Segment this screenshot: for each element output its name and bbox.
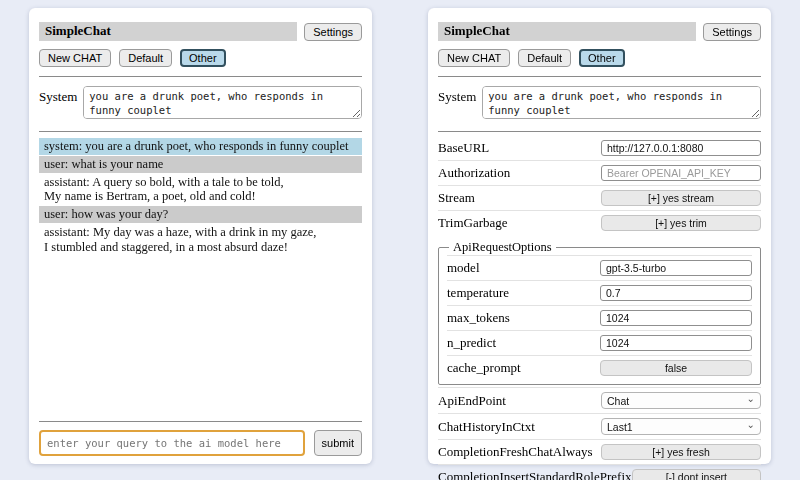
setting-label: max_tokens: [447, 310, 510, 326]
chevron-down-icon: ⌄: [747, 394, 755, 404]
setting-row-completioninsertstandardroleprefix: CompletionInsertStandardRolePrefix [-] d…: [438, 464, 761, 480]
setting-row-authorization: Authorization: [438, 160, 761, 185]
stream-toggle-button[interactable]: [+] yes stream: [601, 190, 761, 206]
baseurl-input[interactable]: [601, 140, 761, 156]
system-prompt-label: System: [39, 86, 77, 105]
header: SimpleChat Settings: [39, 22, 362, 41]
setting-label: temperature: [447, 285, 509, 301]
chat-message-assistant: assistant: My day was a haze, with a dri…: [39, 224, 362, 256]
system-prompt-label: System: [438, 86, 476, 105]
setting-row-apiendpoint: ApiEndPoint Chat ⌄: [438, 387, 761, 413]
stage: SimpleChat Settings New CHAT Default Oth…: [0, 0, 800, 464]
setting-row-n-predict: n_predict: [447, 330, 752, 355]
divider: [39, 76, 362, 77]
setting-label: model: [447, 260, 480, 276]
setting-row-stream: Stream [+] yes stream: [438, 185, 761, 210]
system-prompt-row: System you are a drunk poet, who respond…: [438, 86, 761, 119]
selected-option: Chat: [607, 395, 629, 407]
settings-button[interactable]: Settings: [304, 23, 362, 41]
query-row: submit: [39, 430, 362, 456]
divider: [39, 421, 362, 422]
session-tab-default[interactable]: Default: [119, 49, 172, 67]
temperature-input[interactable]: [600, 285, 752, 301]
divider: [39, 131, 362, 132]
model-input[interactable]: [600, 260, 752, 276]
setting-label: n_predict: [447, 335, 496, 351]
setting-label: ChatHistoryInCtxt: [438, 419, 535, 435]
completioninsertstandardroleprefix-toggle-button[interactable]: [-] dont insert: [632, 469, 761, 480]
setting-row-trimgarbage: TrimGarbage [+] yes trim: [438, 210, 761, 235]
chathistoryinctxt-select[interactable]: Last1 ⌄: [601, 418, 761, 435]
setting-label: ApiEndPoint: [438, 393, 506, 409]
setting-row-chathistoryinctxt: ChatHistoryInCtxt Last1 ⌄: [438, 413, 761, 439]
authorization-input[interactable]: [601, 165, 761, 181]
system-prompt-row: System you are a drunk poet, who respond…: [39, 86, 362, 119]
apiendpoint-select[interactable]: Chat ⌄: [601, 392, 761, 409]
chat-message-system: system: you are a drunk poet, who respon…: [39, 138, 362, 155]
setting-label: CompletionFreshChatAlways: [438, 444, 593, 460]
session-tab-default[interactable]: Default: [518, 49, 571, 67]
settings-list: BaseURL Authorization Stream [+] yes str…: [438, 136, 761, 480]
new-chat-button[interactable]: New CHAT: [39, 49, 111, 67]
session-toolbar: New CHAT Default Other: [39, 49, 362, 67]
setting-row-cache-prompt: cache_prompt false: [447, 355, 752, 380]
chat-message-user: user: how was your day?: [39, 206, 362, 223]
session-tab-other[interactable]: Other: [579, 49, 625, 67]
session-toolbar: New CHAT Default Other: [438, 49, 761, 67]
setting-label: CompletionInsertStandardRolePrefix: [438, 469, 632, 480]
settings-button[interactable]: Settings: [703, 23, 761, 41]
system-prompt-textarea[interactable]: you are a drunk poet, who responds in fu…: [83, 86, 362, 119]
app-title: SimpleChat: [438, 22, 696, 41]
chat-panel: SimpleChat Settings New CHAT Default Oth…: [29, 8, 372, 464]
cache-prompt-toggle-button[interactable]: false: [600, 360, 752, 376]
chat-message-assistant: assistant: A query so bold, with a tale …: [39, 174, 362, 206]
n-predict-input[interactable]: [600, 335, 752, 351]
setting-row-baseurl: BaseURL: [438, 136, 761, 160]
setting-label: cache_prompt: [447, 360, 521, 376]
submit-button[interactable]: submit: [314, 430, 362, 456]
divider: [438, 131, 761, 132]
chevron-down-icon: ⌄: [747, 420, 755, 430]
setting-row-temperature: temperature: [447, 280, 752, 305]
app-title: SimpleChat: [39, 22, 297, 41]
setting-label: TrimGarbage: [438, 215, 508, 231]
setting-row-max-tokens: max_tokens: [447, 305, 752, 330]
header: SimpleChat Settings: [438, 22, 761, 41]
settings-panel: SimpleChat Settings New CHAT Default Oth…: [428, 8, 771, 464]
max-tokens-input[interactable]: [600, 310, 752, 326]
query-input[interactable]: [39, 430, 305, 456]
setting-row-completionfreshchatalways: CompletionFreshChatAlways [+] yes fresh: [438, 439, 761, 464]
session-tab-other[interactable]: Other: [180, 49, 226, 67]
fieldset-legend: ApiRequestOptions: [449, 240, 556, 255]
completionfreshchatalways-toggle-button[interactable]: [+] yes fresh: [601, 444, 761, 460]
setting-label: Stream: [438, 190, 475, 206]
chat-message-user: user: what is your name: [39, 156, 362, 173]
setting-row-model: model: [447, 255, 752, 280]
api-request-options-fieldset: ApiRequestOptions model temperature max_…: [438, 240, 761, 385]
trimgarbage-toggle-button[interactable]: [+] yes trim: [601, 215, 761, 231]
setting-label: Authorization: [438, 165, 510, 181]
system-prompt-textarea[interactable]: you are a drunk poet, who responds in fu…: [482, 86, 761, 119]
setting-label: BaseURL: [438, 140, 489, 156]
divider: [438, 76, 761, 77]
new-chat-button[interactable]: New CHAT: [438, 49, 510, 67]
selected-option: Last1: [607, 421, 633, 433]
chat-message-list: system: you are a drunk poet, who respon…: [39, 138, 362, 419]
query-section: submit: [39, 419, 362, 456]
